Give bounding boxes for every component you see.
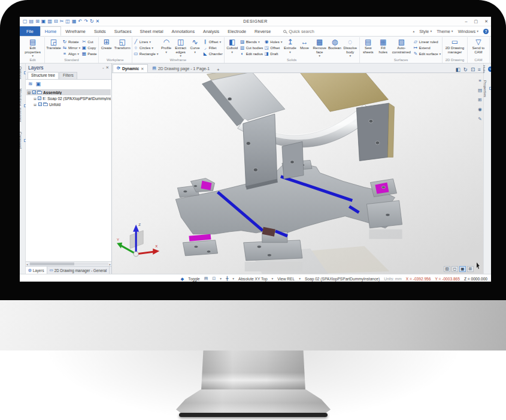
maximize-button[interactable]: ▢ [474, 19, 478, 24]
tab-electrode[interactable]: Electrode [223, 26, 250, 36]
horizontal-scrollbar[interactable]: ◂ ▸ [26, 261, 111, 266]
style-menu[interactable]: Style▾ [419, 29, 432, 34]
tab-file[interactable]: File [20, 26, 40, 36]
scrollbar-thumb[interactable] [30, 262, 74, 265]
tab-annotations[interactable]: Annotations [168, 26, 199, 36]
chamfer-button[interactable]: ◣Chamfer [203, 51, 223, 56]
layer-stack-icon[interactable]: ≋ [28, 81, 33, 87]
boolean-button[interactable]: ◍ Boolean [328, 37, 341, 50]
expand-icon[interactable]: ⊞ [34, 96, 37, 101]
toggle-diamond-icon[interactable]: ◆ [181, 276, 184, 282]
orientation-triad[interactable]: Z X Y [117, 223, 159, 256]
edit-surface-button[interactable]: ✎Edit surface▾ [413, 51, 441, 56]
create-workplane-button[interactable]: ⊞ Create [100, 37, 113, 50]
snap-grid-icon[interactable]: ⊞ [478, 97, 481, 102]
visibility-icon[interactable]: ◉ [478, 107, 482, 112]
tab-surfaces[interactable]: Surfaces [110, 26, 136, 36]
3d-viewport-canvas[interactable]: Z X Y [112, 73, 483, 274]
align-button[interactable]: ≡Align▾ [62, 51, 80, 56]
checkbox-checked[interactable]: ✓ [38, 96, 41, 100]
help-box-icon[interactable]: ⊡ [212, 276, 216, 281]
extend-button[interactable]: ↦Extend [413, 45, 441, 50]
doc-tab-2d-drawing-page[interactable]: ▤ 2D Drawing page - 1 Page-1 [148, 64, 214, 72]
tree-item-soap[interactable]: ⊞ ✓ ◧ Soap 02 (SPAXlopPSPartDummyInstanc… [32, 95, 111, 101]
fit-view-icon[interactable]: ⊡ [471, 67, 475, 72]
sew-sheets-button[interactable]: ▤ Sew sheets [361, 37, 375, 54]
multi-view-icon[interactable]: ⊞ [467, 266, 474, 272]
cut-button[interactable]: ✂Cut [81, 39, 96, 44]
shaded-view-icon[interactable]: ◼ [459, 266, 466, 272]
collapse-icon[interactable]: ⊟ [28, 90, 31, 95]
translate-button[interactable]: ◲ Translate [46, 37, 61, 50]
copy-button[interactable]: ▣Copy [81, 45, 96, 50]
edit-radius-button[interactable]: ◐Edit radius [240, 51, 263, 56]
expand-icon[interactable]: ⊞ [34, 102, 37, 107]
mirror-button[interactable]: ⇋Mirror▾ [62, 45, 80, 50]
dissolve-body-button[interactable]: ◌ Dissolve body ▾ [343, 37, 358, 58]
bottom-tab-layers[interactable]: ◍Layers [26, 267, 47, 274]
paste-button[interactable]: ▦Paste [81, 51, 96, 56]
absolute-xy-selector[interactable]: Absolute XY Top [238, 277, 268, 281]
sheet-icon[interactable]: ▤ [204, 276, 208, 281]
fillet-button[interactable]: ◞Fillet [203, 45, 223, 50]
display-list-icon[interactable]: ▤ [478, 87, 482, 93]
tree-item-assembly[interactable]: ⊟ ✓ Assembly [26, 89, 111, 95]
blends-button[interactable]: ▨Blends▾ [240, 39, 263, 44]
offset-solid-button[interactable]: ◳Offset [264, 45, 282, 50]
scrollbar-track[interactable] [29, 262, 109, 265]
move-button[interactable]: ↔ Move [298, 37, 311, 50]
save-tree-icon[interactable]: ▣ [36, 81, 41, 87]
orbit-icon[interactable]: ↻ [463, 67, 468, 72]
offset-wire-button[interactable]: ∥Offset▾ [203, 39, 223, 44]
doc-tab-dynamic[interactable]: ⟳ Dynamic ✕ [113, 64, 148, 72]
scroll-right-icon[interactable]: ▸ [109, 262, 111, 266]
cut-bodies-button[interactable]: ▥Cut bodies [240, 45, 263, 50]
cuboid-button[interactable]: ◧ Cuboid ▾ [226, 37, 239, 54]
tab-filters[interactable]: Filters [59, 72, 77, 79]
checkbox-checked[interactable]: ✓ [32, 90, 36, 94]
2d-drawing-manager-button[interactable]: ▭ 2D Drawing manager [444, 37, 465, 54]
auto-constrained-button[interactable]: ▧ Auto-constrained [391, 37, 412, 54]
minimize-button[interactable]: – [465, 19, 468, 24]
view-rel-selector[interactable]: View REL [277, 277, 295, 281]
tab-analysis[interactable]: Analysis [199, 26, 223, 36]
checkbox-checked[interactable]: ✓ [38, 102, 42, 106]
quick-search[interactable]: Quick search [283, 26, 314, 36]
toggle-label[interactable]: Toggle [188, 277, 199, 281]
rotate-button[interactable]: ↻Rotate [62, 39, 80, 44]
linear-ruled-button[interactable]: ▱Linear ruled [413, 39, 441, 44]
scene-menu-icon[interactable]: ≡ [478, 78, 481, 83]
edit-view-icon[interactable]: ✎ [478, 116, 481, 122]
fill-holes-button[interactable]: ▦ Fill holes [377, 37, 390, 54]
axis-icon[interactable]: ╋ [226, 276, 228, 281]
profile-button[interactable]: ◠ Profile ▾ [160, 37, 173, 54]
extract-edges-button[interactable]: ◫ Extract edges ▾ [174, 37, 187, 58]
curve-button[interactable]: ∿ Curve ▾ [189, 37, 202, 54]
windows-menu[interactable]: Windows▾ [458, 29, 478, 34]
close-button[interactable]: ✕ [484, 19, 488, 24]
edit-properties-button[interactable]: ▤ Edit properties ▾ [22, 37, 43, 58]
tab-reverse[interactable]: Reverse [250, 26, 275, 36]
close-tab-icon[interactable]: ✕ [141, 67, 144, 71]
iso-view-icon[interactable]: ◧ [456, 67, 460, 72]
tab-solids[interactable]: Solids [90, 26, 110, 36]
tab-sheet-metal[interactable]: Sheet metal [136, 26, 168, 36]
viewport-menu-icon[interactable]: ≡ [478, 67, 481, 72]
help-icon[interactable]: ? [483, 29, 489, 34]
tree-item-unfold[interactable]: ⊞ ✓ Unfold [32, 101, 111, 107]
rectangle-button[interactable]: ▭Rectangle▾ [134, 51, 159, 56]
scroll-left-icon[interactable]: ◂ [26, 262, 28, 266]
lines-button[interactable]: ╱Lines▾ [134, 39, 159, 44]
pin-icon[interactable]: ▫ [102, 66, 104, 70]
close-panel-icon[interactable]: ✕ [106, 65, 109, 70]
tab-home[interactable]: Home [40, 26, 61, 36]
draft-button[interactable]: ◨Draft [264, 51, 282, 56]
3d-scene[interactable]: Z X Y ≡ ▤ ⊞ ◉ ✎ [112, 73, 483, 274]
bottom-tab-2d-drawing-manager[interactable]: ▭2D Drawing manager - General [47, 267, 110, 274]
holes-button[interactable]: ◉Holes▾ [264, 39, 282, 44]
transform-workplane-button[interactable]: ◱ Transform [114, 37, 131, 50]
send-to-cam-button[interactable]: ▽ Send to CAM [469, 37, 488, 54]
theme-menu[interactable]: Theme▾ [437, 29, 453, 34]
tab-structure-tree[interactable]: Structure tree [28, 72, 59, 79]
pan-view-icon[interactable]: ▧ [444, 266, 450, 272]
